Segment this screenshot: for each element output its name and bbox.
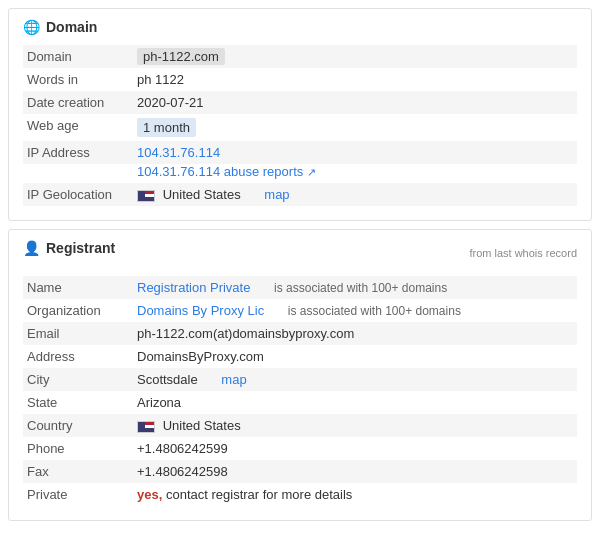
us-flag-registrant-icon [137, 421, 155, 433]
registrant-section-title: 👤 Registrant [23, 240, 115, 256]
value-words-in: ph 1122 [133, 68, 577, 91]
table-row: Email ph-1122.com(at)domainsbyproxy.com [23, 322, 577, 345]
label-ip-address: IP Address [23, 141, 133, 164]
value-web-age: 1 month [133, 114, 577, 141]
table-row: Fax +1.4806242598 [23, 460, 577, 483]
label-words-in: Words in [23, 68, 133, 91]
external-link-icon: ↗ [307, 166, 316, 178]
table-row: Web age 1 month [23, 114, 577, 141]
value-ip-address: 104.31.76.114 [133, 141, 577, 164]
value-address: DomainsByProxy.com [133, 345, 577, 368]
table-row: Country United States [23, 414, 577, 437]
label-fax: Fax [23, 460, 133, 483]
label-email: Email [23, 322, 133, 345]
abuse-reports-text: 104.31.76.114 abuse reports [137, 164, 303, 179]
table-row: State Arizona [23, 391, 577, 414]
table-row: Phone +1.4806242599 [23, 437, 577, 460]
label-abuse [23, 164, 133, 183]
name-assoc-text: is associated with 100+ domains [254, 281, 447, 295]
country-text: United States [163, 418, 241, 433]
label-country: Country [23, 414, 133, 437]
us-flag-icon [137, 190, 155, 202]
private-yes-text: yes, [137, 487, 162, 502]
table-row: Words in ph 1122 [23, 68, 577, 91]
label-city: City [23, 368, 133, 391]
from-whois-label: from last whois record [469, 247, 577, 259]
table-row: Organization Domains By Proxy Lic is ass… [23, 299, 577, 322]
domain-icon: 🌐 [23, 19, 40, 35]
table-row: Date creation 2020-07-21 [23, 91, 577, 114]
web-age-badge: 1 month [137, 118, 196, 137]
ip-address-link[interactable]: 104.31.76.114 [137, 145, 220, 160]
label-ip-geolocation: IP Geolocation [23, 183, 133, 206]
domain-section: 🌐 Domain Domain ph-1122.com Words in ph … [8, 8, 592, 221]
value-fax: +1.4806242598 [133, 460, 577, 483]
value-city: Scottsdale map [133, 368, 577, 391]
label-name: Name [23, 276, 133, 299]
table-row: IP Address 104.31.76.114 [23, 141, 577, 164]
organization-assoc-text: is associated with 100+ domains [268, 304, 461, 318]
label-date-creation: Date creation [23, 91, 133, 114]
private-detail-text: contact registrar for more details [166, 487, 352, 502]
value-phone: +1.4806242599 [133, 437, 577, 460]
label-domain: Domain [23, 45, 133, 68]
value-organization: Domains By Proxy Lic is associated with … [133, 299, 577, 322]
table-row: Domain ph-1122.com [23, 45, 577, 68]
registrant-section: 👤 Registrant from last whois record Name… [8, 229, 592, 521]
value-country: United States [133, 414, 577, 437]
domain-info-table: Domain ph-1122.com Words in ph 1122 Date… [23, 45, 577, 206]
value-date-creation: 2020-07-21 [133, 91, 577, 114]
domain-section-title: 🌐 Domain [23, 19, 577, 35]
city-text: Scottsdale [137, 372, 198, 387]
geolocation-map-link[interactable]: map [264, 187, 289, 202]
value-ip-geolocation: United States map [133, 183, 577, 206]
organization-link[interactable]: Domains By Proxy Lic [137, 303, 264, 318]
label-phone: Phone [23, 437, 133, 460]
value-state: Arizona [133, 391, 577, 414]
table-row: City Scottsdale map [23, 368, 577, 391]
registrant-title-text: Registrant [46, 240, 115, 256]
domain-title-text: Domain [46, 19, 97, 35]
value-abuse: 104.31.76.114 abuse reports ↗ [133, 164, 577, 183]
label-private: Private [23, 483, 133, 506]
table-row: Address DomainsByProxy.com [23, 345, 577, 368]
table-row: IP Geolocation United States map [23, 183, 577, 206]
table-row: 104.31.76.114 abuse reports ↗ [23, 164, 577, 183]
value-name: Registration Private is associated with … [133, 276, 577, 299]
label-web-age: Web age [23, 114, 133, 141]
name-link[interactable]: Registration Private [137, 280, 250, 295]
abuse-reports-link[interactable]: 104.31.76.114 abuse reports ↗ [137, 164, 316, 179]
label-organization: Organization [23, 299, 133, 322]
registrant-info-table: Name Registration Private is associated … [23, 276, 577, 506]
geolocation-country: United States [163, 187, 241, 202]
table-row: Name Registration Private is associated … [23, 276, 577, 299]
table-row: Private yes, contact registrar for more … [23, 483, 577, 506]
label-address: Address [23, 345, 133, 368]
registrant-icon: 👤 [23, 240, 40, 256]
value-private: yes, contact registrar for more details [133, 483, 577, 506]
city-map-link[interactable]: map [221, 372, 246, 387]
value-email: ph-1122.com(at)domainsbyproxy.com [133, 322, 577, 345]
registrant-header: 👤 Registrant from last whois record [23, 240, 577, 266]
domain-badge: ph-1122.com [137, 48, 225, 65]
label-state: State [23, 391, 133, 414]
value-domain: ph-1122.com [133, 45, 577, 68]
